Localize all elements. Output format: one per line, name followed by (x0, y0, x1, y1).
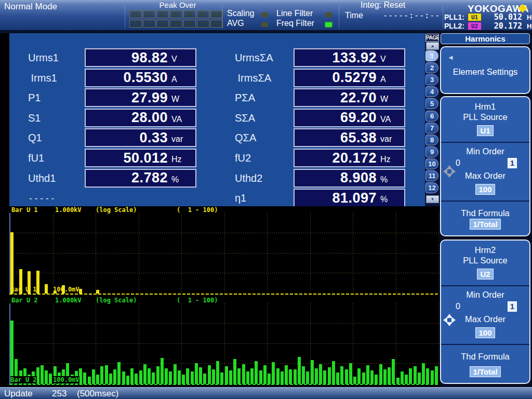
chart-bottom-scale-label: 100.0mV (53, 286, 79, 293)
bar-h40 (178, 370, 181, 384)
page-scroll-down-button[interactable]: ▼ (426, 195, 439, 203)
chart-plot-area: Bar U 1100.0mV (10, 213, 439, 294)
bar-h17 (79, 368, 82, 384)
hrm2-settings-panel[interactable]: Hrm2PLL SourceU2Min Order01Max Order100T… (440, 240, 530, 384)
bar-h43 (191, 371, 194, 384)
bar-h78 (340, 366, 343, 384)
page-tab-9[interactable]: 9 (425, 147, 438, 157)
min-order-base: 0 (456, 302, 460, 311)
unit-text: % (168, 172, 195, 184)
page-tab-7[interactable]: 7 (425, 123, 438, 134)
peak-over-indicator-I2: I2 (143, 20, 155, 28)
meas-value-fU1: 50.012Hz (85, 149, 196, 167)
bar-h26 (117, 362, 121, 384)
bar-h75 (328, 367, 331, 384)
bar-h11 (54, 291, 57, 294)
page-tab-12[interactable]: 12 (425, 182, 438, 193)
peak-over-indicator-Trq: Trq (210, 20, 223, 28)
pll1-frequency: 50.012 (482, 12, 522, 22)
bar-h90 (392, 359, 395, 384)
page-tab-11[interactable]: 11 (425, 170, 438, 181)
bar-h29 (130, 368, 134, 384)
bar-h13 (62, 285, 65, 294)
page-tab-6[interactable]: 6 (425, 111, 438, 122)
bar-h24 (109, 374, 112, 384)
hrm2-min-order-value[interactable]: 1 (508, 301, 517, 312)
bar-h94 (409, 368, 412, 384)
bar-h50 (220, 373, 223, 384)
element-settings-button[interactable]: ◄ Element Settings (440, 46, 530, 94)
hrm1-thd-formula-value[interactable]: 1/Total (470, 219, 500, 230)
peak-over-indicator-U1: U1 (129, 10, 142, 18)
page-tab-10[interactable]: 10 (425, 158, 438, 169)
hrm2-min-order-label: Min Order (466, 290, 504, 300)
meas-label-fU1: fU1 (28, 149, 44, 167)
hrm2-min-order-row: 01 (441, 301, 529, 312)
bar-h17 (79, 289, 82, 294)
value-text: 133.92 (295, 50, 377, 66)
bar-h46 (203, 374, 206, 384)
avg-label: AVG (227, 19, 244, 28)
value-text: 0.5530 (86, 70, 168, 86)
hrm2-pll-source-value[interactable]: U2 (477, 269, 493, 280)
element-settings-label: Element Settings (441, 67, 529, 77)
bar-h54 (237, 368, 241, 384)
bar-h67 (294, 369, 297, 384)
unit-text: W (377, 91, 404, 104)
update-label: Update (4, 389, 33, 399)
value-text: 22.70 (295, 90, 377, 106)
value-text: 8.908 (295, 170, 377, 186)
value-text: 98.82 (86, 50, 168, 66)
bar-h9 (45, 370, 48, 384)
bar-h30 (135, 374, 138, 384)
bar-h57 (250, 368, 254, 384)
hrm2-thd-formula-value[interactable]: 1/Total (470, 366, 500, 377)
meas-value-Uthd2: 8.908% (294, 169, 405, 188)
time-label: Time (345, 11, 363, 20)
bar-h95 (414, 366, 417, 384)
topbar-divider (125, 6, 125, 28)
hrm2-max-order-label: Max Order (465, 314, 506, 324)
chart-bottom-left-label: Bar U 1 (10, 286, 37, 293)
integ-status: Integ: Reset (361, 1, 405, 10)
chart-top-scale: 1.000kV (55, 297, 82, 304)
hrm1-settings-panel[interactable]: Hrm1PLL SourceU1Min Order01Max Order100T… (440, 96, 530, 236)
page-tab-3[interactable]: 3 (425, 74, 438, 85)
bar-h98 (426, 368, 429, 384)
pll1-label: PLL1: (444, 13, 468, 21)
bar-h22 (100, 366, 103, 384)
hrm2-max-order-value[interactable]: 100 (475, 327, 495, 338)
value-text: 81.097 (295, 190, 377, 206)
page-tab-5[interactable]: 5 (425, 98, 438, 109)
page-scroll-up-button[interactable]: ▲ (426, 42, 439, 50)
bar-h99 (431, 370, 434, 384)
peak-over-indicator-U2: U2 (143, 10, 155, 18)
bar-h56 (246, 371, 249, 384)
line-filter-indicator (325, 12, 332, 17)
meas-value-η1: 81.097% (294, 189, 405, 207)
bar-h42 (186, 368, 189, 384)
hrm1-min-order-value[interactable]: 1 (508, 158, 517, 168)
page-tab-4[interactable]: 4 (425, 86, 438, 97)
avg-indicator (261, 22, 268, 27)
chart-item-label: Bar U 1 (11, 206, 38, 214)
hrm1-min-order-label: Min Order (466, 147, 504, 156)
min-order-base: 0 (456, 158, 460, 168)
page-tab-8[interactable]: 8 (425, 135, 438, 145)
page-tab-1[interactable]: 1 (425, 50, 438, 61)
pll1-source-badge: U1 (468, 13, 482, 21)
gridline-horizontal (10, 273, 439, 273)
peak-over-indicator-U3: U3 (156, 10, 169, 18)
meas-label-PΣA: PΣA (235, 88, 255, 107)
hrm1-pll-source-value[interactable]: U1 (477, 125, 493, 136)
page-tab-2[interactable]: 2 (425, 62, 438, 73)
page-strip-title: PAGE (425, 34, 439, 42)
value-text: 2.782 (86, 170, 168, 186)
value-text: 50.012 (86, 150, 168, 166)
bar-h63 (276, 368, 280, 384)
bar-h74 (323, 370, 326, 384)
bar-h69 (302, 366, 305, 384)
hrm1-max-order-value[interactable]: 100 (475, 184, 495, 195)
meas-label-P1: P1 (28, 88, 41, 107)
gridline-vertical (53, 213, 54, 294)
